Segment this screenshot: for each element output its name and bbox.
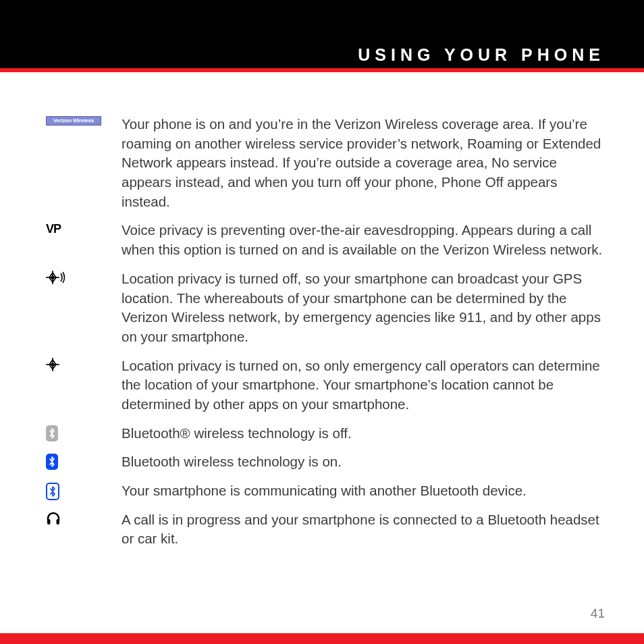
- indicator-row-bluetooth-on: Bluetooth wireless technology is on.: [46, 452, 605, 472]
- icon-cell: [46, 356, 122, 371]
- page-number: 41: [591, 606, 605, 621]
- indicator-text: Bluetooth® wireless technology is off.: [122, 424, 605, 444]
- verizon-wireless-icon: Verizon Wireless: [46, 116, 101, 126]
- header-red-bar: [0, 68, 644, 72]
- indicator-row-headset: A call is in progress and your smartphon…: [46, 510, 605, 549]
- indicator-text: Bluetooth wireless technology is on.: [122, 452, 605, 472]
- indicator-row-location-privacy: Location privacy is turned on, so only e…: [46, 356, 605, 414]
- icon-cell: [46, 510, 122, 525]
- indicator-text: Your smartphone is communicating with an…: [122, 481, 605, 501]
- page: USING YOUR PHONE Verizon Wireless Your p…: [0, 0, 644, 644]
- icon-cell: Verizon Wireless: [46, 115, 122, 128]
- indicator-row-bluetooth-off: Bluetooth® wireless technology is off.: [46, 424, 605, 444]
- location-broadcast-icon: [46, 271, 66, 284]
- bluetooth-off-icon: [46, 425, 58, 441]
- svg-rect-9: [57, 519, 60, 525]
- icon-cell: [46, 269, 122, 284]
- icon-cell: [46, 481, 122, 500]
- indicator-text: Location privacy is turned on, so only e…: [122, 356, 605, 414]
- icon-cell: [46, 424, 122, 441]
- indicator-row-bluetooth-communicating: Your smartphone is communicating with an…: [46, 481, 605, 501]
- svg-point-3: [51, 276, 54, 279]
- indicator-text: Voice privacy is preventing over-the-air…: [122, 221, 605, 259]
- indicator-row-location-broadcast: Location privacy is turned off, so your …: [46, 269, 605, 347]
- indicator-text: A call is in progress and your smartphon…: [122, 510, 605, 549]
- location-privacy-icon: [46, 358, 59, 371]
- content: Verizon Wireless Your phone is on and yo…: [46, 115, 605, 558]
- footer-red-bar: [0, 633, 644, 644]
- page-title: USING YOUR PHONE: [358, 45, 605, 65]
- bluetooth-communicating-icon: [46, 483, 59, 500]
- indicator-row-carrier: Verizon Wireless Your phone is on and yo…: [46, 115, 605, 211]
- bluetooth-on-icon: [46, 454, 58, 470]
- indicator-text: Your phone is on and you’re in the Veriz…: [122, 115, 605, 211]
- svg-rect-8: [47, 519, 51, 525]
- indicator-text: Location privacy is turned off, so your …: [122, 269, 605, 347]
- indicator-row-voice-privacy: VP Voice privacy is preventing over-the-…: [46, 221, 605, 259]
- svg-point-7: [51, 363, 54, 366]
- icon-cell: [46, 452, 122, 470]
- headset-icon: [46, 512, 61, 525]
- voice-privacy-icon: VP: [46, 222, 61, 236]
- icon-cell: VP: [46, 221, 122, 236]
